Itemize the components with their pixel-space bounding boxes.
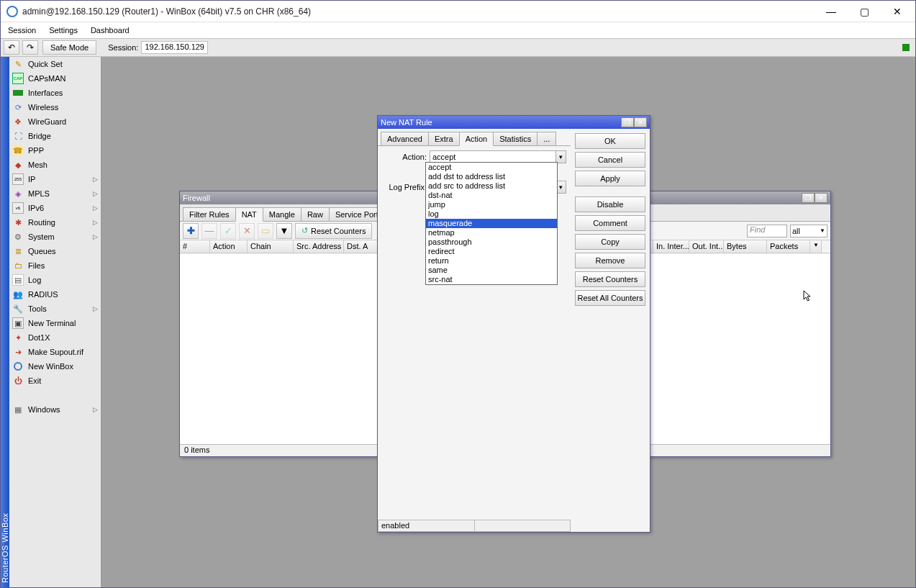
nat-close-button[interactable]: ✕ — [634, 117, 647, 127]
sidebar-item-newterm[interactable]: ▣New Terminal — [9, 316, 101, 330]
sidebar-item-bridge[interactable]: ⛶Bridge — [9, 129, 101, 143]
sidebar-item-newwinbox[interactable]: New WinBox — [9, 359, 101, 374]
tab-more[interactable]: ... — [537, 132, 556, 145]
dd-dst-nat[interactable]: dst-nat — [426, 191, 557, 200]
cancel-button[interactable]: Cancel — [575, 152, 645, 168]
col-outint[interactable]: Out. Int... — [689, 240, 724, 253]
apply-button[interactable]: Apply — [575, 171, 645, 186]
dd-add-dst[interactable]: add dst to address list — [426, 172, 557, 181]
nat-tabs: Advanced Extra Action Statistics ... — [378, 129, 571, 146]
menu-dashboard[interactable]: Dashboard — [91, 26, 130, 35]
sidebar-item-log[interactable]: ▤Log — [9, 273, 101, 287]
col-bytes[interactable]: Bytes — [724, 240, 767, 253]
dd-log[interactable]: log — [426, 209, 557, 219]
col-ininter[interactable]: In. Inter... — [653, 240, 689, 253]
dd-netmap[interactable]: netmap — [426, 228, 557, 238]
sidebar-item-dot1x[interactable]: ✦Dot1X — [9, 330, 101, 345]
sidebar-item-exit[interactable]: ⏻Exit — [9, 374, 101, 388]
menu-settings[interactable]: Settings — [49, 26, 78, 35]
col-num[interactable]: # — [180, 240, 210, 253]
tab-extra[interactable]: Extra — [428, 132, 460, 145]
tab-filter-rules[interactable]: Filter Rules — [183, 207, 236, 221]
dd-src-nat[interactable]: src-nat — [426, 275, 557, 284]
sidebar-item-radius[interactable]: 👥RADIUS — [9, 287, 101, 302]
submenu-arrow-icon: ▷ — [93, 233, 98, 240]
nat-titlebar[interactable]: New NAT Rule ❐ ✕ — [378, 116, 650, 129]
tab-raw[interactable]: Raw — [301, 207, 330, 221]
reset-counters-button[interactable]: ↺Reset Counters — [295, 223, 372, 239]
reset-counters-button[interactable]: Reset Counters — [575, 271, 645, 287]
dd-same[interactable]: same — [426, 266, 557, 275]
tab-mangle[interactable]: Mangle — [263, 207, 301, 221]
tab-advanced[interactable]: Advanced — [381, 132, 429, 145]
capsman-icon: CAP — [12, 73, 24, 84]
winbox-icon — [12, 361, 24, 372]
dd-jump[interactable]: jump — [426, 200, 557, 209]
add-button[interactable]: ✚ — [183, 223, 199, 239]
vertical-tab[interactable]: RouterOS WinBox — [1, 57, 9, 587]
nat-status-enabled: enabled — [378, 520, 474, 532]
action-combo-button[interactable]: ▾ — [556, 150, 566, 163]
dd-return[interactable]: return — [426, 256, 557, 266]
remove-button[interactable]: Remove — [575, 253, 645, 268]
menu-session[interactable]: Session — [8, 26, 36, 35]
tab-action[interactable]: Action — [459, 132, 494, 146]
radius-icon: 👥 — [12, 289, 24, 300]
sidebar-item-mpls[interactable]: ◈MPLS▷ — [9, 186, 101, 201]
sidebar-item-queues[interactable]: ≣Queues — [9, 244, 101, 258]
sidebar-item-wireless[interactable]: ⟳Wireless — [9, 100, 101, 114]
col-packets[interactable]: Packets — [767, 240, 810, 253]
mpls-icon: ◈ — [12, 188, 24, 199]
dd-masquerade[interactable]: masquerade — [426, 219, 557, 228]
disable-button[interactable]: ✕ — [239, 223, 255, 239]
disable-button[interactable]: Disable — [575, 196, 645, 212]
logprefix-expand-button[interactable]: ▾ — [556, 181, 566, 194]
session-value: 192.168.150.129 — [141, 41, 208, 54]
comment-button[interactable]: Comment — [575, 215, 645, 231]
find-filter-select[interactable]: all▼ — [790, 225, 827, 238]
sidebar-item-windows[interactable]: ▦Windows▷ — [9, 402, 101, 417]
undo-button[interactable]: ↶ — [4, 40, 19, 55]
col-action[interactable]: Action — [210, 240, 248, 253]
comment-button[interactable]: ▭ — [258, 223, 273, 239]
firewall-restore-button[interactable]: ❐ — [802, 193, 815, 203]
reset-all-counters-button[interactable]: Reset All Counters — [575, 290, 645, 306]
minimize-button[interactable]: — — [815, 1, 848, 22]
tab-nat[interactable]: NAT — [235, 207, 263, 222]
sidebar-item-supout[interactable]: ➜Make Supout.rif — [9, 345, 101, 359]
find-input[interactable]: Find — [747, 225, 787, 238]
sidebar-item-system[interactable]: ⚙System▷ — [9, 230, 101, 244]
ok-button[interactable]: OK — [575, 133, 645, 149]
sidebar-item-quickset[interactable]: ✎Quick Set — [9, 57, 101, 71]
col-src[interactable]: Src. Address — [294, 240, 344, 253]
sidebar-item-interfaces[interactable]: Interfaces — [9, 86, 101, 100]
sidebar-item-routing[interactable]: ✱Routing▷ — [9, 215, 101, 230]
remove-button[interactable]: — — [201, 223, 217, 239]
nat-restore-button[interactable]: ❐ — [621, 117, 634, 127]
sidebar-item-tools[interactable]: 🔧Tools▷ — [9, 302, 101, 316]
maximize-button[interactable]: ▢ — [848, 1, 881, 22]
sidebar-item-ip[interactable]: 255IP▷ — [9, 172, 101, 186]
dd-passthrough[interactable]: passthrough — [426, 238, 557, 247]
dd-redirect[interactable]: redirect — [426, 247, 557, 256]
sidebar-item-wireguard[interactable]: ❖WireGuard — [9, 114, 101, 129]
sidebar-item-capsman[interactable]: CAPCAPsMAN — [9, 71, 101, 86]
sidebar-item-files[interactable]: 🗀Files — [9, 258, 101, 273]
dd-accept[interactable]: accept — [426, 163, 557, 172]
enable-button[interactable]: ✓ — [220, 223, 236, 239]
tab-statistics[interactable]: Statistics — [493, 132, 538, 145]
menubar: Session Settings Dashboard — [1, 22, 915, 38]
col-more-button[interactable]: ▼ — [810, 240, 822, 253]
firewall-close-button[interactable]: ✕ — [815, 193, 827, 203]
sidebar-item-ppp[interactable]: ☎PPP — [9, 143, 101, 158]
safe-mode-button[interactable]: Safe Mode — [42, 40, 96, 55]
session-label: Session: — [108, 43, 138, 52]
copy-button[interactable]: Copy — [575, 234, 645, 250]
dd-add-src[interactable]: add src to address list — [426, 181, 557, 191]
redo-button[interactable]: ↷ — [22, 40, 38, 55]
sidebar-item-ipv6[interactable]: v6IPv6▷ — [9, 201, 101, 215]
col-chain[interactable]: Chain — [248, 240, 294, 253]
filter-button[interactable]: ▼ — [276, 223, 292, 239]
sidebar-item-mesh[interactable]: ◆Mesh — [9, 158, 101, 172]
close-button[interactable]: ✕ — [881, 1, 914, 22]
